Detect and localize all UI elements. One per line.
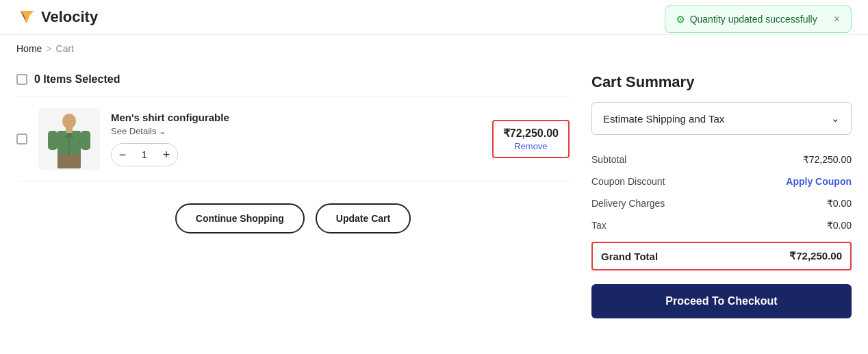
toast-close-button[interactable]: × [834,13,840,25]
breadcrumb-cart: Cart [56,43,74,54]
grand-total-label: Grand Total [601,251,658,262]
cart-actions: Continue Shopping Update Cart [16,203,570,233]
summary-title: Cart Summary [591,73,852,91]
header: Velocity ⊙ Quantity updated successfully… [0,0,868,35]
delivery-value: ₹0.00 [827,198,852,209]
grand-total-value: ₹72,250.00 [789,250,842,262]
chevron-down-icon: ⌄ [159,126,166,136]
velocity-logo-icon [16,7,37,27]
cart-section: 0 Items Selected [16,73,570,318]
main-content: 0 Items Selected [0,62,868,335]
svg-marker-0 [21,11,34,23]
apply-coupon-link[interactable]: Apply Coupon [786,176,852,187]
continue-shopping-button[interactable]: Continue Shopping [175,203,305,233]
svg-rect-8 [58,155,81,168]
breadcrumb: Home > Cart [0,35,868,62]
see-details-label: See Details [111,126,156,136]
logo-text: Velocity [41,8,98,26]
remove-item-link[interactable]: Remove [503,141,559,151]
item-details: Men's shirt configurable See Details ⌄ −… [111,112,481,166]
cart-item: Men's shirt configurable See Details ⌄ −… [16,97,570,181]
item-image [38,108,100,170]
grand-total-row: Grand Total ₹72,250.00 [591,242,852,270]
svg-point-2 [62,114,76,129]
toast-notification: ⊙ Quantity updated successfully × [665,5,852,33]
tax-label: Tax [591,220,607,231]
svg-rect-7 [81,131,90,150]
breadcrumb-separator: > [46,43,51,54]
update-cart-button[interactable]: Update Cart [316,203,411,233]
toast-icon: ⊙ [676,14,685,25]
item-price: ₹72,250.00 [503,127,559,139]
toast-message: Quantity updated successfully [690,14,817,25]
quantity-increase-button[interactable]: + [155,144,177,166]
tax-value: ₹0.00 [827,220,852,231]
coupon-label: Coupon Discount [591,176,665,187]
items-selected-label: 0 Items Selected [34,73,120,86]
subtotal-label: Subtotal [591,154,626,165]
delivery-label: Delivery Charges [591,198,665,209]
see-details-toggle[interactable]: See Details ⌄ [111,126,481,136]
checkout-button[interactable]: Proceed To Checkout [591,284,852,318]
quantity-decrease-button[interactable]: − [112,144,133,166]
breadcrumb-home[interactable]: Home [16,43,42,54]
tax-row: Tax ₹0.00 [591,214,852,236]
item-checkbox[interactable] [16,134,27,144]
subtotal-value: ₹72,250.00 [803,154,852,165]
estimate-shipping-label: Estimate Shipping and Tax [603,113,724,125]
svg-rect-9 [66,127,73,133]
item-name: Men's shirt configurable [111,112,481,123]
items-selected-row: 0 Items Selected [16,73,570,86]
svg-rect-6 [48,131,58,150]
subtotal-row: Subtotal ₹72,250.00 [591,149,852,170]
quantity-value: 1 [133,149,155,160]
delivery-row: Delivery Charges ₹0.00 [591,192,852,214]
cart-summary: Cart Summary Estimate Shipping and Tax ⌄… [591,73,852,318]
estimate-shipping-toggle[interactable]: Estimate Shipping and Tax ⌄ [591,102,852,135]
quantity-control: − 1 + [111,143,178,166]
chevron-down-icon: ⌄ [831,112,840,125]
select-all-checkbox[interactable] [16,74,27,85]
coupon-row: Coupon Discount Apply Coupon [591,170,852,192]
item-price-block: ₹72,250.00 Remove [492,120,570,158]
logo[interactable]: Velocity [16,7,98,27]
